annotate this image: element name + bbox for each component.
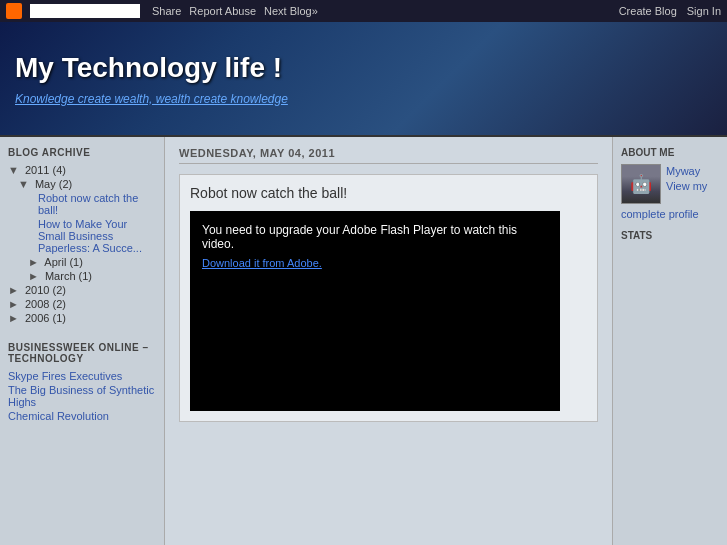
post-link-business[interactable]: How to Make Your Small Business Paperles… [38, 218, 156, 254]
report-abuse-link[interactable]: Report Abuse [189, 5, 256, 17]
biz-link-skype[interactable]: Skype Fires Executives [8, 370, 156, 382]
main-content: Wednesday, May 04, 2011 Robot now catch … [165, 137, 612, 545]
month-april-label: April (1) [44, 256, 83, 268]
businessweek-title: BUSINESSWEEK ONLINE – TECHNOLOGY [8, 342, 156, 364]
archive-title: BLOG ARCHIVE [8, 147, 156, 158]
archive-year-2008[interactable]: ► 2008 (2) [8, 298, 156, 310]
blogger-logo [6, 3, 22, 19]
sign-in-link[interactable]: Sign In [687, 5, 721, 17]
month-march-label: March (1) [45, 270, 92, 282]
post-title: Robot now catch the ball! [190, 185, 587, 201]
toggle-2010: ► [8, 284, 19, 296]
year-2008-label: 2008 (2) [25, 298, 66, 310]
biz-link-synthetic[interactable]: The Big Business of Synthetic Highs [8, 384, 156, 408]
complete-profile-link[interactable]: complete profile [621, 208, 719, 220]
archive-2011-months: ▼ May (2) Robot now catch the ball! How … [18, 178, 156, 282]
navbar: Share Report Abuse Next Blog» Create Blo… [0, 0, 727, 22]
biz-link-chemical[interactable]: Chemical Revolution [8, 410, 156, 422]
content-wrapper: BLOG ARCHIVE ▼ 2011 (4) ▼ May (2) Robot … [0, 137, 727, 545]
stats-title: STATS [621, 230, 719, 241]
about-section: ABOUT ME 🤖 Myway View my complete profil… [621, 147, 719, 220]
toggle-2011: ▼ [8, 164, 19, 176]
nav-links: Share Report Abuse Next Blog» [152, 5, 318, 17]
nav-right: Create Blog Sign In [619, 5, 721, 17]
archive-month-march[interactable]: ► March (1) [28, 270, 156, 282]
share-link[interactable]: Share [152, 5, 181, 17]
year-2011-label: 2011 (4) [25, 164, 66, 176]
toggle-april: ► [28, 256, 39, 268]
archive-year-2011[interactable]: ▼ 2011 (4) [8, 164, 156, 176]
avatar: 🤖 [621, 164, 661, 204]
create-blog-link[interactable]: Create Blog [619, 5, 677, 17]
about-title: ABOUT ME [621, 147, 719, 158]
post-link-robot[interactable]: Robot now catch the ball! [38, 192, 156, 216]
flash-download-link[interactable]: Download it from Adobe. [202, 257, 548, 269]
blog-header: My Technology life ! Knowledge create we… [0, 22, 727, 137]
archive-month-april[interactable]: ► April (1) [28, 256, 156, 268]
search-input[interactable] [30, 4, 140, 18]
toggle-may: ▼ [18, 178, 29, 190]
video-embed: You need to upgrade your Adobe Flash Pla… [190, 211, 560, 411]
post-date: Wednesday, May 04, 2011 [179, 147, 598, 164]
flash-message: You need to upgrade your Adobe Flash Pla… [202, 223, 548, 251]
left-sidebar: BLOG ARCHIVE ▼ 2011 (4) ▼ May (2) Robot … [0, 137, 165, 545]
right-sidebar: ABOUT ME 🤖 Myway View my complete profil… [612, 137, 727, 545]
blog-title: My Technology life ! [15, 52, 712, 84]
archive-year-2006[interactable]: ► 2006 (1) [8, 312, 156, 324]
blog-tagline: Knowledge create wealth, wealth create k… [15, 92, 712, 106]
year-2006-label: 2006 (1) [25, 312, 66, 324]
post-container: Robot now catch the ball! You need to up… [179, 174, 598, 422]
may-posts: Robot now catch the ball! How to Make Yo… [26, 192, 156, 254]
year-2010-label: 2010 (2) [25, 284, 66, 296]
avatar-image: 🤖 [622, 165, 660, 203]
toggle-march: ► [28, 270, 39, 282]
toggle-2006: ► [8, 312, 19, 324]
archive-month-may[interactable]: ▼ May (2) [18, 178, 156, 190]
month-may-label: May (2) [35, 178, 72, 190]
archive-year-2010[interactable]: ► 2010 (2) [8, 284, 156, 296]
next-blog-link[interactable]: Next Blog» [264, 5, 318, 17]
toggle-2008: ► [8, 298, 19, 310]
